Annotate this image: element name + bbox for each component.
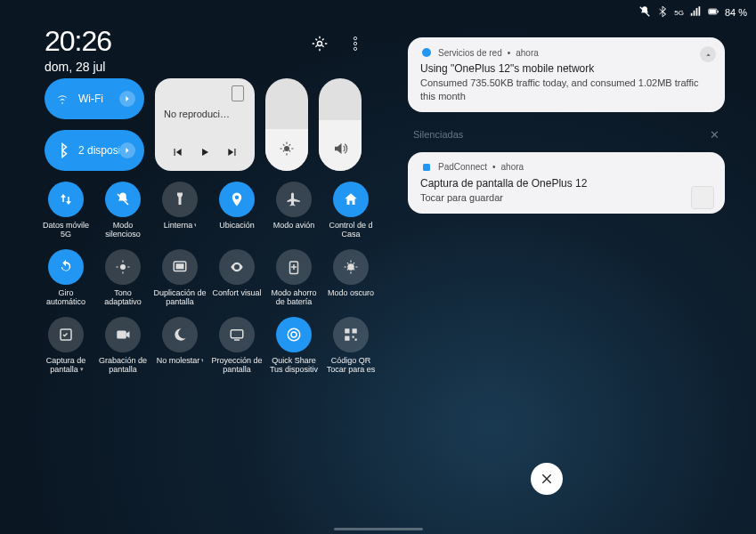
signal-icon [689, 5, 702, 20]
notification-thumb [691, 186, 714, 209]
bluetooth-tile[interactable]: 2 disposit… [45, 130, 144, 171]
tile-silent[interactable]: Modo silencioso [94, 182, 151, 249]
battery-icon [707, 5, 719, 20]
tile-dark-mode[interactable]: Modo oscuro [322, 249, 379, 317]
tile-label: Datos móvile 5G [39, 221, 93, 239]
tile-eye-comfort[interactable]: Confort visual [208, 249, 265, 317]
notification-title: Captura de pantalla de OnePlus 12 [420, 177, 712, 190]
muted-section: Silenciadas ✕ [408, 125, 725, 152]
tile-location[interactable]: Ubicación [208, 182, 265, 249]
eye-comfort-icon [219, 249, 255, 285]
muted-label: Silenciadas [413, 129, 463, 140]
airplane-icon [276, 182, 312, 217]
projection-icon [219, 317, 255, 352]
location-icon [219, 182, 255, 217]
next-track-icon[interactable] [226, 146, 239, 162]
notification-time: ahora [516, 48, 539, 58]
svg-rect-12 [176, 263, 184, 269]
tile-label: Linterna▾ [164, 221, 197, 230]
prev-track-icon[interactable] [171, 146, 183, 162]
close-button[interactable] [531, 463, 563, 495]
tile-label: Modo oscuro [328, 288, 374, 297]
svg-rect-19 [345, 328, 349, 333]
media-tile[interactable]: No reproduci… [155, 78, 255, 171]
tile-label: Modo avión [273, 221, 315, 230]
tile-projection[interactable]: Proyección de pantalla [208, 317, 265, 384]
tile-adaptive-tone[interactable]: Tono adaptativo [94, 249, 151, 317]
tile-screen-record[interactable]: Grabación de pantalla [94, 317, 151, 384]
tile-flashlight[interactable]: Linterna▾ [151, 182, 208, 249]
tile-label: Modo silencioso [96, 221, 150, 239]
svg-point-24 [422, 48, 431, 57]
notification-card[interactable]: PadConnect • ahora Captura de pantalla d… [408, 152, 725, 214]
battery-pct: 84 % [725, 7, 747, 18]
play-icon[interactable] [199, 146, 211, 162]
tile-home-control[interactable]: Control de d Casa [322, 182, 379, 249]
tile-label: Duplicación de pantalla [153, 288, 207, 306]
tile-auto-rotate[interactable]: Giro automático [37, 249, 94, 317]
tile-label: Quick Share Tus dispositiv [267, 356, 321, 374]
tile-label: No molestar▾ [157, 356, 204, 374]
tile-label: Tono adaptativo [96, 288, 150, 306]
settings-icon[interactable] [310, 34, 329, 53]
clock-date: dom, 28 jul [45, 60, 111, 74]
tile-mobile-data[interactable]: Datos móvile 5G [37, 182, 94, 249]
silent-icon [105, 182, 141, 217]
notification-app: Servicios de red [438, 48, 502, 58]
bluetooth-tile-icon [53, 142, 71, 158]
dnd-icon [162, 317, 198, 352]
tile-quick-share[interactable]: Quick Share Tus dispositiv [265, 317, 322, 384]
wifi-icon [53, 91, 71, 107]
svg-rect-25 [423, 164, 430, 171]
wifi-tile[interactable]: Wi-Fi [45, 78, 144, 119]
tile-label: Ubicación [219, 221, 255, 230]
tile-label: Código QR Tocar para es [324, 356, 378, 374]
tile-dnd[interactable]: No molestar▾ [151, 317, 208, 384]
brightness-icon [279, 141, 295, 160]
battery-saver-icon [276, 249, 312, 285]
tile-qr[interactable]: Código QR Tocar para es [322, 317, 379, 384]
svg-point-7 [354, 47, 356, 50]
collapse-icon[interactable] [700, 46, 716, 62]
tile-label: Giro automático [39, 288, 93, 306]
tile-label: Modo ahorro de batería [267, 288, 321, 306]
screen-record-icon [105, 317, 141, 352]
tile-screenshot[interactable]: Captura de pantalla▾ [37, 317, 94, 384]
notification-body: Consumed 735.50KB traffic today, and con… [420, 77, 712, 103]
svg-point-6 [354, 42, 356, 44]
tile-label: Proyección de pantalla [210, 356, 264, 374]
volume-slider[interactable] [319, 78, 362, 171]
svg-rect-21 [345, 336, 349, 341]
tile-airplane[interactable]: Modo avión [265, 182, 322, 249]
svg-point-4 [318, 42, 322, 46]
wifi-expand-icon[interactable] [119, 91, 135, 107]
brightness-slider[interactable] [265, 78, 308, 171]
svg-rect-23 [355, 339, 357, 341]
svg-rect-22 [353, 336, 354, 338]
svg-rect-2 [709, 10, 716, 14]
more-icon[interactable] [345, 34, 365, 53]
quick-tiles-grid: Datos móvile 5GModo silenciosoLinterna▾U… [37, 182, 379, 384]
home-control-icon [333, 182, 369, 217]
tile-cast[interactable]: Duplicación de pantalla [151, 249, 208, 317]
tile-label: Captura de pantalla▾ [39, 356, 93, 374]
notification-card[interactable]: Servicios de red • ahora Using "OnePlus … [408, 37, 725, 112]
qr-icon [333, 317, 369, 352]
notification-panel: Servicios de red • ahora Using "OnePlus … [408, 37, 725, 226]
tile-battery-saver[interactable]: Modo ahorro de batería [265, 249, 322, 317]
dismiss-muted-icon[interactable]: ✕ [710, 128, 719, 142]
svg-point-10 [120, 264, 126, 270]
device-icon [232, 85, 244, 101]
notification-body: Tocar para guardar [420, 191, 712, 205]
bluetooth-expand-icon[interactable] [119, 142, 135, 158]
adaptive-tone-icon [105, 249, 141, 285]
notification-title: Using "OnePlus 12"s mobile network [420, 62, 712, 75]
clock-time: 20:26 [45, 25, 111, 58]
auto-rotate-icon [48, 249, 84, 285]
volume-icon [332, 141, 348, 160]
mobile-data-icon [48, 182, 84, 217]
tile-label: Confort visual [212, 288, 261, 306]
notification-app: PadConnect [438, 162, 487, 172]
wifi-label: Wi-Fi [78, 93, 119, 105]
notification-time: ahora [501, 162, 524, 172]
